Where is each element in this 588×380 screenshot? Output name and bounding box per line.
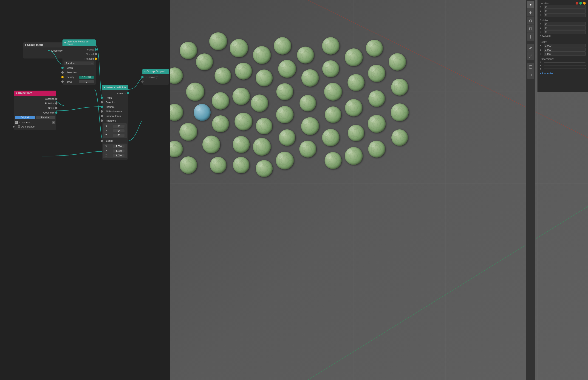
- icosphere-48[interactable]: [366, 40, 383, 57]
- oi-relative-button[interactable]: Relative: [36, 116, 55, 119]
- icosphere-0[interactable]: [180, 42, 197, 59]
- location-z-value[interactable]: 0°: [544, 13, 586, 17]
- icosphere-51[interactable]: [368, 115, 386, 133]
- icosphere-41[interactable]: [322, 129, 340, 147]
- icosphere-47[interactable]: [345, 147, 363, 165]
- distribute-points-collapse[interactable]: ▾: [64, 41, 66, 44]
- icosphere-14[interactable]: [230, 39, 248, 57]
- icosphere-25[interactable]: [256, 160, 273, 177]
- icosphere-20[interactable]: [253, 46, 271, 64]
- icosphere-49[interactable]: [368, 65, 386, 82]
- icosphere-35[interactable]: [301, 117, 319, 135]
- icosphere-22[interactable]: [251, 95, 269, 112]
- cursor-tool-button[interactable]: [527, 1, 534, 8]
- icosphere-16[interactable]: [232, 88, 250, 105]
- measure-tool-button[interactable]: [527, 52, 534, 60]
- icosphere-17[interactable]: [234, 113, 252, 131]
- transform-tool-button[interactable]: [527, 33, 534, 41]
- annotate-tool-button[interactable]: [527, 44, 534, 52]
- icosphere-19[interactable]: [233, 157, 250, 173]
- icosphere-3[interactable]: [170, 104, 183, 121]
- icosphere-21[interactable]: [256, 70, 273, 87]
- iop-rot-x-value[interactable]: 0°: [113, 125, 125, 128]
- icosphere-46[interactable]: [348, 125, 364, 141]
- icosphere-31[interactable]: [276, 152, 294, 170]
- iop-rot-z-value[interactable]: 0°: [113, 134, 125, 137]
- icosphere-27[interactable]: [278, 60, 296, 78]
- icosphere-26[interactable]: [274, 37, 292, 55]
- group-output-node[interactable]: ▾ Group Output Geometry: [142, 69, 169, 85]
- dp-seed-value[interactable]: 0: [79, 80, 94, 83]
- minimize-window-button[interactable]: [583, 2, 586, 5]
- camera-view-button[interactable]: [527, 71, 534, 79]
- icosphere-50[interactable]: [368, 90, 385, 107]
- scale-y-value[interactable]: 1.000: [544, 48, 586, 52]
- icosphere-34[interactable]: [299, 95, 316, 112]
- properties-link[interactable]: ▸ Properties: [540, 72, 553, 75]
- group-input-collapse[interactable]: ▾: [25, 43, 26, 47]
- oi-original-button[interactable]: Original: [15, 116, 35, 119]
- rotate-tool-button[interactable]: [527, 17, 534, 24]
- scale-x-value[interactable]: 1.000: [544, 44, 586, 47]
- icosphere-45[interactable]: [345, 99, 363, 117]
- icosphere-55[interactable]: [391, 103, 409, 121]
- group-input-header[interactable]: ▾ Group Input: [23, 42, 64, 47]
- instance-on-points-header[interactable]: ▾ Instance on Points: [102, 85, 128, 90]
- dp-density-value[interactable]: 179.600: [79, 76, 94, 79]
- maximize-window-button[interactable]: [579, 2, 582, 5]
- group-input-node[interactable]: ▾ Group Input Geometry: [23, 42, 64, 58]
- icosphere-54[interactable]: [391, 79, 408, 96]
- icosphere-15[interactable]: [235, 63, 252, 80]
- icosphere-52[interactable]: [368, 141, 385, 158]
- icosphere-11[interactable]: [212, 115, 229, 133]
- oi-object-name[interactable]: Icosphere: [19, 121, 51, 124]
- distribute-points-node[interactable]: ▾ Distribute Points on Faces Points Norm…: [63, 39, 96, 85]
- icosphere-1[interactable]: [170, 67, 183, 84]
- icosphere-13[interactable]: [210, 157, 227, 173]
- close-window-button[interactable]: [576, 2, 578, 5]
- icosphere-40[interactable]: [325, 106, 341, 123]
- oi-object-close-button[interactable]: ✕: [52, 121, 55, 124]
- rotation-z-value[interactable]: 0°: [544, 30, 586, 34]
- icosphere-33[interactable]: [301, 69, 319, 87]
- icosphere-9[interactable]: [214, 67, 231, 84]
- icosphere-18[interactable]: [233, 136, 250, 153]
- icosphere-10[interactable]: [212, 92, 230, 110]
- icosphere-5[interactable]: [170, 141, 183, 157]
- dp-dropdown[interactable]: Random ▾: [64, 61, 94, 65]
- icosphere-7[interactable]: [196, 54, 213, 71]
- icosphere-43[interactable]: [345, 48, 363, 66]
- icosphere-28[interactable]: [276, 83, 294, 100]
- icosphere-12[interactable]: [202, 135, 220, 153]
- iop-scale-y-value[interactable]: 1.000: [113, 150, 125, 152]
- iop-rot-y-value[interactable]: 0°: [113, 129, 125, 132]
- scale-z-value[interactable]: 1.000: [544, 52, 586, 56]
- icosphere-4[interactable]: [179, 123, 197, 141]
- icosphere-8[interactable]: [209, 32, 227, 50]
- icosphere-36[interactable]: [299, 141, 316, 158]
- iop-collapse[interactable]: ▾: [104, 86, 105, 89]
- icosphere-29[interactable]: [276, 106, 294, 124]
- icosphere-24[interactable]: [253, 138, 271, 156]
- iop-pick-checkbox[interactable]: [106, 111, 108, 112]
- icosphere-30[interactable]: [279, 129, 295, 146]
- location-x-value[interactable]: 0°: [544, 5, 586, 9]
- object-info-header[interactable]: ▾ Object Info: [14, 91, 56, 96]
- group-output-header[interactable]: ▾ Group Output: [142, 69, 169, 74]
- icosphere-56[interactable]: [391, 129, 408, 146]
- scale-tool-button[interactable]: [527, 25, 534, 33]
- icosphere-6[interactable]: [180, 156, 197, 174]
- icosphere-44[interactable]: [348, 74, 365, 91]
- iop-scale-z-value[interactable]: 1.000: [113, 154, 125, 157]
- dimensions-y-value[interactable]: [544, 65, 586, 66]
- icosphere-42[interactable]: [325, 152, 342, 169]
- group-output-collapse[interactable]: ▾: [144, 70, 146, 73]
- icosphere-57[interactable]: [194, 104, 211, 121]
- dimensions-z-value[interactable]: [544, 68, 586, 69]
- iop-scale-x-value[interactable]: 1.000: [113, 145, 125, 148]
- oi-collapse[interactable]: ▾: [16, 92, 17, 95]
- icosphere-23[interactable]: [256, 118, 273, 134]
- icosphere-2[interactable]: [186, 83, 205, 101]
- rotation-y-value[interactable]: 0°: [544, 26, 586, 30]
- object-mode-button[interactable]: [527, 63, 534, 71]
